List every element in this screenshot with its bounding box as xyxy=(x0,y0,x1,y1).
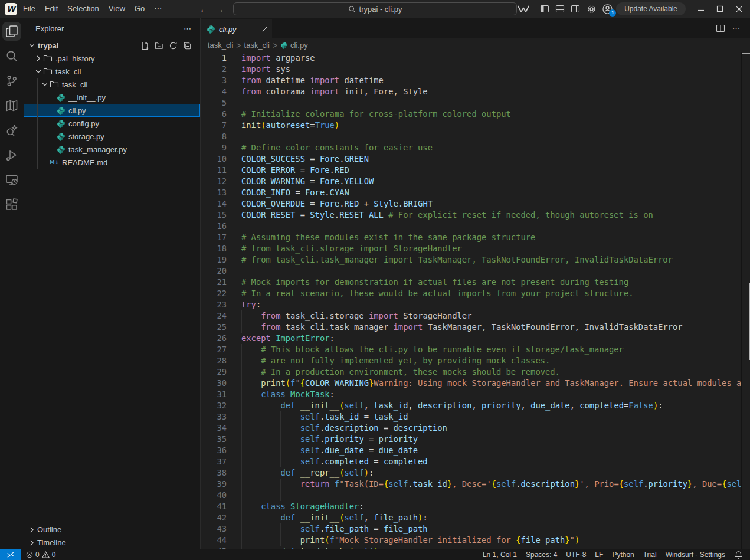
layout-sidebar-left-icon[interactable] xyxy=(540,4,549,14)
tree-item--pai-history[interactable]: .pai_history xyxy=(24,52,200,65)
line-number[interactable]: 4 xyxy=(201,86,227,97)
line-number[interactable]: 10 xyxy=(201,153,227,165)
line-number[interactable]: 27 xyxy=(201,344,227,355)
line-number[interactable]: 17 xyxy=(201,232,227,243)
code-line-29[interactable]: 29 # In a production environment, these … xyxy=(201,366,750,378)
tree-item-storage-py[interactable]: storage.py xyxy=(24,130,200,143)
line-number[interactable]: 8 xyxy=(201,131,227,142)
breadcrumb-item-2[interactable]: cli.py xyxy=(280,41,308,50)
code-line-27[interactable]: 27 # This block allows the cli.py to be … xyxy=(201,344,750,355)
code-line-30[interactable]: 30 print(f"{COLOR_WARNING}Warning: Using… xyxy=(201,378,750,389)
breadcrumb-item-1[interactable]: task_cli xyxy=(244,41,270,50)
tree-item-cli-py[interactable]: cli.py xyxy=(24,104,200,117)
line-number[interactable]: 26 xyxy=(201,333,227,344)
code-line-35[interactable]: 35 self.priority = priority xyxy=(201,434,750,445)
activity-item-remote-explorer[interactable] xyxy=(2,171,21,189)
code-line-17[interactable]: 17# Assuming these modules exist in the … xyxy=(201,232,750,243)
tree-item-readme-md[interactable]: M↓README.md xyxy=(24,156,200,169)
activity-item-search[interactable] xyxy=(2,47,21,66)
line-number[interactable]: 21 xyxy=(201,277,227,288)
line-number[interactable]: 33 xyxy=(201,411,227,423)
line-number[interactable]: 7 xyxy=(201,120,227,131)
code-line-2[interactable]: 2import sys xyxy=(201,64,750,75)
code-line-22[interactable]: 22# In a real scenario, these would be a… xyxy=(201,288,750,299)
code-line-33[interactable]: 33 self.task_id = task_id xyxy=(201,411,750,423)
code-line-31[interactable]: 31 class MockTask: xyxy=(201,389,750,400)
collapse-all-icon[interactable] xyxy=(183,41,192,50)
settings-gear-icon[interactable] xyxy=(587,4,597,14)
tree-item--init-py[interactable]: __init__.py xyxy=(24,91,200,104)
code-line-36[interactable]: 36 self.due_date = due_date xyxy=(201,445,750,456)
code-line-44[interactable]: 44 print(f"Mock StorageHandler initializ… xyxy=(201,535,750,546)
line-number[interactable]: 39 xyxy=(201,479,227,490)
code-line-5[interactable]: 5 xyxy=(201,97,750,109)
status-python[interactable]: Python xyxy=(612,551,634,559)
line-number[interactable]: 2 xyxy=(201,64,227,75)
code-line-24[interactable]: 24 from task_cli.storage import StorageH… xyxy=(201,310,750,322)
line-number[interactable]: 18 xyxy=(201,243,227,254)
activity-item-extensions[interactable] xyxy=(2,195,21,214)
split-editor-icon[interactable] xyxy=(716,24,725,33)
code-line-10[interactable]: 10COLOR_SUCCESS = Fore.GREEN xyxy=(201,153,750,165)
line-number[interactable]: 31 xyxy=(201,389,227,400)
activity-item-run-lab[interactable] xyxy=(2,146,21,165)
line-number[interactable]: 1 xyxy=(201,53,227,64)
line-number[interactable]: 43 xyxy=(201,523,227,535)
activity-item-source-control[interactable] xyxy=(2,71,21,90)
menu-item-selection[interactable]: Selection xyxy=(63,0,103,18)
menu-item-edit[interactable]: Edit xyxy=(40,0,63,18)
line-number[interactable]: 40 xyxy=(201,490,227,501)
line-number[interactable]: 6 xyxy=(201,109,227,120)
line-number[interactable]: 41 xyxy=(201,501,227,512)
explorer-more-icon[interactable]: ⋯ xyxy=(184,24,192,33)
code-line-14[interactable]: 14COLOR_OVERDUE = Fore.RED + Style.BRIGH… xyxy=(201,198,750,209)
code-line-25[interactable]: 25 from task_cli.task_manager import Tas… xyxy=(201,322,750,333)
code-line-21[interactable]: 21# Mock imports for demonstration if ac… xyxy=(201,277,750,288)
tree-item-trypai[interactable]: trypai xyxy=(24,39,200,52)
line-number[interactable]: 11 xyxy=(201,165,227,176)
tree-item-config-py[interactable]: config.py xyxy=(24,117,200,130)
line-number[interactable]: 34 xyxy=(201,423,227,434)
line-number[interactable]: 14 xyxy=(201,198,227,209)
sidebar-section-timeline[interactable]: Timeline xyxy=(24,536,200,549)
menu-item-[interactable]: ⋯ xyxy=(149,0,166,18)
line-number[interactable]: 9 xyxy=(201,142,227,153)
code-area[interactable]: 1import argparse2import sys3from datetim… xyxy=(201,52,750,549)
new-folder-icon[interactable] xyxy=(155,41,163,50)
tab-cli-py[interactable]: cli.py xyxy=(201,19,272,38)
code-line-40[interactable]: 40 xyxy=(201,490,750,501)
code-line-15[interactable]: 15COLOR_RESET = Style.RESET_ALL # For ex… xyxy=(201,209,750,221)
layout-sidebar-right-icon[interactable] xyxy=(571,4,580,14)
line-number[interactable]: 28 xyxy=(201,355,227,366)
code-line-4[interactable]: 4from colorama import init, Fore, Style xyxy=(201,86,750,97)
menu-item-file[interactable]: File xyxy=(18,0,40,18)
code-line-13[interactable]: 13COLOR_INFO = Fore.CYAN xyxy=(201,187,750,198)
bell-icon[interactable] xyxy=(734,551,743,559)
code-line-6[interactable]: 6# Initialize colorama for cross-platfor… xyxy=(201,109,750,120)
code-line-1[interactable]: 1import argparse xyxy=(201,53,750,64)
code-line-37[interactable]: 37 self.completed = completed xyxy=(201,456,750,467)
code-line-34[interactable]: 34 self.description = description xyxy=(201,423,750,434)
account-icon[interactable]: 1 xyxy=(602,4,613,15)
tab-close-icon[interactable] xyxy=(262,27,267,32)
line-number[interactable]: 30 xyxy=(201,378,227,389)
update-available-button[interactable]: Update Available xyxy=(616,2,686,15)
status-lf[interactable]: LF xyxy=(595,551,603,559)
minimize-button[interactable] xyxy=(697,5,705,12)
layout-panel-icon[interactable] xyxy=(555,4,565,14)
activity-item-explorer[interactable] xyxy=(2,22,21,41)
refresh-icon[interactable] xyxy=(169,41,178,50)
remote-indicator[interactable] xyxy=(0,549,21,560)
menu-item-go[interactable]: Go xyxy=(130,0,149,18)
code-line-7[interactable]: 7init(autoreset=True) xyxy=(201,120,750,131)
status-spaces-4[interactable]: Spaces: 4 xyxy=(526,551,557,559)
breadcrumb-item-0[interactable]: task_cli xyxy=(208,41,233,50)
new-file-icon[interactable] xyxy=(140,41,149,50)
code-line-26[interactable]: 26except ImportError: xyxy=(201,333,750,344)
code-line-41[interactable]: 41 class StorageHandler: xyxy=(201,501,750,512)
code-line-38[interactable]: 38 def __repr__(self): xyxy=(201,467,750,479)
activity-item-map[interactable] xyxy=(2,96,21,115)
line-number[interactable]: 29 xyxy=(201,366,227,378)
line-number[interactable]: 20 xyxy=(201,266,227,277)
code-line-18[interactable]: 18# from task_cli.storage import Storage… xyxy=(201,243,750,254)
